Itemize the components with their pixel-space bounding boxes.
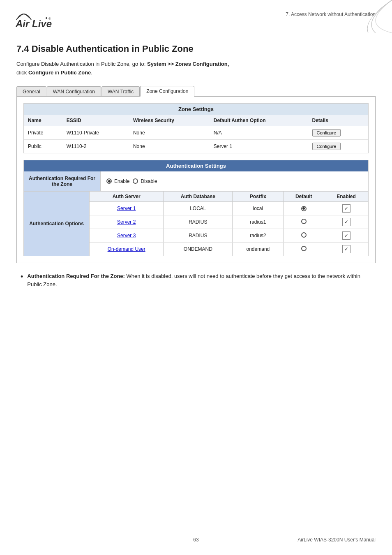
page-header: Air Live ® 7. Access Network without Aut…: [0, 0, 392, 31]
server-link[interactable]: Server 2: [90, 215, 164, 229]
auth-settings-section: Authentication Settings Authentication R…: [23, 160, 369, 256]
disable-label: Disable: [141, 178, 157, 184]
postfix-cell: ondemand: [233, 242, 284, 256]
configure-public-button[interactable]: Configure: [312, 143, 341, 150]
col-auth-database: Auth Database: [164, 192, 233, 202]
auth-options-label: Authentication Options: [24, 192, 90, 256]
col-default-authen: Default Authen Option: [210, 115, 308, 126]
page-number: 63: [193, 537, 198, 543]
zone-settings-header: Zone Settings: [24, 104, 368, 115]
row-authen: Server 1: [210, 139, 308, 153]
default-radio-0[interactable]: [301, 206, 307, 211]
server-link[interactable]: Server 3: [90, 229, 164, 242]
section-title: 7.4 Disable Authentication in Public Zon…: [16, 44, 376, 54]
auth-required-label: Authentication Required Forthe Zone: [24, 171, 101, 191]
zone-settings-table: Name ESSID Wireless Security Default Aut…: [24, 115, 368, 153]
enabled-checkbox-cell[interactable]: [324, 201, 368, 215]
enable-radio[interactable]: [106, 178, 112, 184]
default-radio-cell[interactable]: [284, 242, 324, 256]
row-essid: W1110-Private: [62, 126, 129, 139]
tab-general[interactable]: General: [16, 86, 46, 97]
col-wireless-security: Wireless Security: [129, 115, 210, 126]
enable-radio-group: Enable: [106, 178, 129, 184]
ui-panel: Zone Settings Name ESSID Wireless Securi…: [16, 96, 376, 263]
tabs-bar: General WAN Configuration WAN Traffic Zo…: [16, 86, 376, 96]
bullet-section: • Authentication Required For the Zone: …: [16, 272, 376, 289]
col-essid: ESSID: [62, 115, 129, 126]
postfix-cell: local: [233, 201, 284, 215]
row-authen: N/A: [210, 126, 308, 139]
bullet-text: Authentication Required For the Zone: Wh…: [27, 272, 376, 289]
auth-required-row: Authentication Required Forthe Zone Enab…: [24, 171, 368, 192]
row-name: Public: [24, 139, 62, 153]
table-row: On-demand User ONDEMAND ondemand: [90, 242, 368, 256]
server-link[interactable]: On-demand User: [90, 242, 164, 256]
default-radio-cell[interactable]: [284, 215, 324, 229]
bullet-dot: •: [21, 272, 23, 282]
database-cell: RADIUS: [164, 229, 233, 242]
col-enabled: Enabled: [324, 192, 368, 202]
postfix-cell: radius1: [233, 215, 284, 229]
default-radio-2[interactable]: [301, 232, 307, 238]
row-name: Private: [24, 126, 62, 139]
enabled-checkbox-3[interactable]: [342, 245, 350, 253]
col-default: Default: [284, 192, 324, 202]
configure-private-button[interactable]: Configure: [312, 129, 341, 136]
bullet-item: • Authentication Required For the Zone: …: [21, 272, 376, 289]
disable-radio-group: Disable: [133, 178, 157, 184]
disable-radio[interactable]: [133, 178, 138, 184]
enabled-checkbox-2[interactable]: [342, 231, 350, 240]
tab-wan-traffic[interactable]: WAN Traffic: [101, 86, 140, 97]
tab-zone-configuration[interactable]: Zone Configuration: [140, 86, 194, 97]
bullet-term: Authentication Required For the Zone:: [27, 273, 125, 279]
page-footer: 63 AirLive WIAS-3200N User's Manual: [0, 537, 392, 543]
enabled-checkbox-cell[interactable]: [324, 215, 368, 229]
enabled-checkbox-cell[interactable]: [324, 229, 368, 242]
database-cell: ONDEMAND: [164, 242, 233, 256]
svg-text:®: ®: [48, 17, 51, 21]
default-radio-3[interactable]: [301, 246, 307, 251]
table-row: Server 2 RADIUS radius1: [90, 215, 368, 229]
database-cell: LOCAL: [164, 201, 233, 215]
main-content: 7.4 Disable Authentication in Public Zon…: [0, 31, 392, 305]
enabled-checkbox-cell[interactable]: [324, 242, 368, 256]
row-details: Configure: [308, 126, 368, 139]
row-security: None: [129, 139, 210, 153]
default-radio-cell[interactable]: [284, 201, 324, 215]
logo: Air Live ®: [12, 7, 66, 31]
enable-label: Enable: [114, 178, 129, 184]
svg-text:Air Live: Air Live: [15, 18, 52, 29]
section-description: Configure Disable Authentication in Publ…: [16, 60, 376, 77]
auth-options-table: Auth Server Auth Database Postfix Defaul…: [90, 192, 368, 256]
col-postfix: Postfix: [233, 192, 284, 202]
table-row: Private W1110-Private None N/A Configure: [24, 126, 368, 139]
auth-options-row: Authentication Options Auth Server Auth …: [24, 192, 368, 256]
manual-title: AirLive WIAS-3200N User's Manual: [297, 537, 376, 543]
default-radio-cell[interactable]: [284, 229, 324, 242]
svg-point-1: [46, 17, 47, 19]
server-link[interactable]: Server 1: [90, 201, 164, 215]
database-cell: RADIUS: [164, 215, 233, 229]
auth-settings-header: Authentication Settings: [24, 160, 368, 171]
auth-options-table-wrapper: Auth Server Auth Database Postfix Defaul…: [90, 192, 368, 256]
default-radio-1[interactable]: [301, 219, 307, 224]
chapter-reference: 7. Access Network without Authentication: [286, 7, 376, 17]
col-name: Name: [24, 115, 62, 126]
col-details: Details: [308, 115, 368, 126]
row-essid: W1110-2: [62, 139, 129, 153]
auth-enable-disable-cell: Enable Disable: [101, 171, 163, 191]
tab-wan-configuration[interactable]: WAN Configuration: [47, 86, 101, 97]
row-details: Configure: [308, 139, 368, 153]
table-row: Server 1 LOCAL local: [90, 201, 368, 215]
table-row: Server 3 RADIUS radius2: [90, 229, 368, 242]
enabled-checkbox-0[interactable]: [342, 204, 350, 213]
col-auth-server: Auth Server: [90, 192, 164, 202]
enabled-checkbox-1[interactable]: [342, 218, 350, 226]
zone-settings-section: Zone Settings Name ESSID Wireless Securi…: [23, 103, 369, 153]
row-security: None: [129, 126, 210, 139]
postfix-cell: radius2: [233, 229, 284, 242]
table-row: Public W1110-2 None Server 1 Configure: [24, 139, 368, 153]
